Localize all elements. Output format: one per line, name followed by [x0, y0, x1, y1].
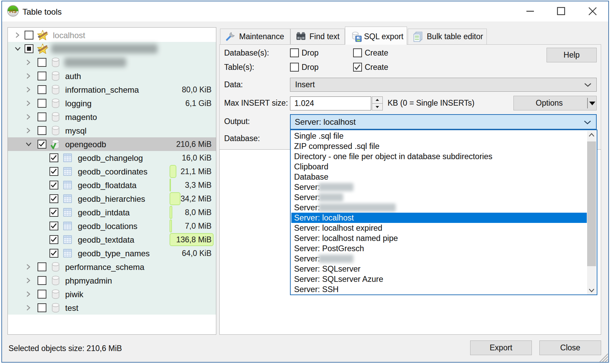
svg-text:HS: HS: [9, 8, 17, 14]
